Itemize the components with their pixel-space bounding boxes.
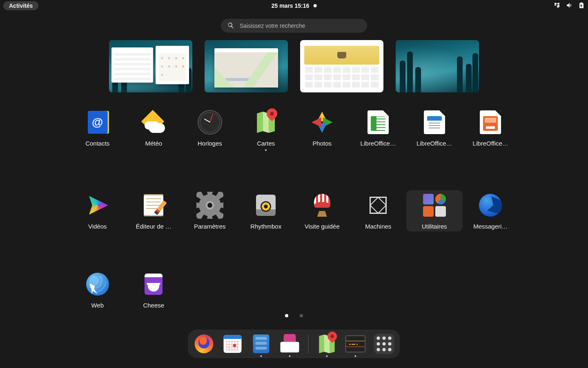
dash-software[interactable] (280, 334, 300, 354)
workspace-switcher (109, 40, 479, 92)
top-bar: Activités 25 mars 15:16 (0, 0, 588, 11)
workspace-thumbnail-1[interactable] (109, 40, 192, 92)
dash-firefox[interactable] (194, 334, 214, 354)
clock-icon (198, 110, 222, 135)
maps-icon (257, 112, 275, 133)
running-indicator-icon (326, 355, 328, 357)
app-cartes[interactable]: Cartes (238, 107, 294, 153)
rhythmbox-icon (256, 195, 276, 216)
running-indicator-icon (265, 149, 267, 151)
app-libreoffice-impress[interactable]: LibreOffice… (463, 107, 519, 153)
thunderbird-icon (479, 194, 502, 217)
software-icon (281, 335, 299, 352)
app-boxes[interactable]: Machines (350, 190, 407, 231)
workspace-thumbnail-4[interactable] (396, 40, 479, 92)
window-thumbnail[interactable] (156, 46, 189, 84)
dash-maps[interactable] (317, 334, 337, 354)
app-folder-utilitaires[interactable]: Utilitaires (406, 190, 463, 231)
window-thumbnail[interactable] (214, 48, 278, 88)
app-meteo[interactable]: Météo (126, 107, 182, 153)
dash-files[interactable] (251, 334, 272, 354)
contacts-icon (88, 111, 107, 134)
search-icon (227, 22, 234, 30)
app-libreoffice-writer[interactable]: LibreOffice… (406, 107, 463, 153)
battery-icon (578, 2, 585, 10)
dash-calendar[interactable] (223, 334, 243, 354)
window-thumbnail[interactable] (111, 47, 153, 83)
dash-show-apps[interactable] (374, 334, 394, 354)
network-wired-icon (554, 2, 560, 10)
app-settings[interactable]: Paramètres (182, 190, 238, 231)
dash-system-monitor[interactable] (345, 334, 366, 354)
photos-icon (312, 112, 333, 133)
search-input[interactable] (239, 22, 361, 29)
system-status-area[interactable] (554, 2, 585, 10)
app-cheese[interactable]: Cheese (126, 269, 182, 310)
page-dot-2[interactable] (300, 314, 303, 317)
page-indicator (285, 314, 303, 317)
weather-icon (144, 112, 163, 132)
libreoffice-impress-icon (480, 110, 501, 134)
tour-icon (313, 194, 331, 217)
app-libreoffice-calc[interactable]: LibreOffice… (350, 107, 407, 153)
date-menu[interactable]: 25 mars 15:16 (272, 2, 317, 9)
folder-icon (423, 194, 446, 217)
running-indicator-icon (355, 355, 356, 357)
search-container (221, 19, 367, 33)
system-monitor-icon (345, 335, 366, 352)
date-label: 25 mars 15:16 (272, 2, 310, 9)
search-field[interactable] (221, 19, 367, 33)
boxes-icon (368, 195, 388, 215)
app-horloges[interactable]: Horloges (182, 107, 238, 153)
web-browser-icon (86, 273, 109, 296)
libreoffice-calc-icon (368, 110, 389, 134)
maps-icon (319, 334, 335, 353)
apps-grid-icon (377, 337, 392, 351)
app-tour[interactable]: Visite guidée (294, 190, 350, 231)
calendar-icon (224, 335, 242, 353)
videos-icon (87, 196, 108, 215)
app-rhythmbox[interactable]: Rhythmbox (238, 190, 294, 231)
dash-separator (308, 334, 309, 354)
text-editor-icon (144, 194, 163, 216)
window-thumbnail (304, 46, 379, 65)
running-indicator-icon (261, 355, 262, 357)
libreoffice-writer-icon (424, 110, 445, 134)
running-indicator-icon (289, 355, 291, 357)
gear-icon (199, 194, 221, 216)
workspace-thumbnail-2[interactable] (205, 40, 288, 92)
dash (188, 330, 400, 358)
notification-indicator-icon (313, 4, 316, 7)
workspace-thumbnail-3[interactable] (300, 40, 383, 92)
activities-button[interactable]: Activités (3, 1, 38, 10)
app-web[interactable]: Web (69, 269, 126, 310)
app-videos[interactable]: Vidéos (69, 190, 126, 231)
files-icon (253, 334, 270, 353)
app-text-editor[interactable]: Éditeur de … (126, 190, 182, 231)
app-contacts[interactable]: Contacts (69, 107, 126, 153)
cheese-icon (145, 274, 163, 295)
firefox-icon (195, 334, 214, 353)
app-photos[interactable]: Photos (294, 107, 350, 153)
volume-icon (566, 2, 572, 10)
app-thunderbird[interactable]: Messageri… (463, 190, 519, 231)
page-dot-1[interactable] (285, 314, 288, 317)
app-grid: Contacts Météo Horloges Cartes Photos Li… (69, 107, 519, 310)
